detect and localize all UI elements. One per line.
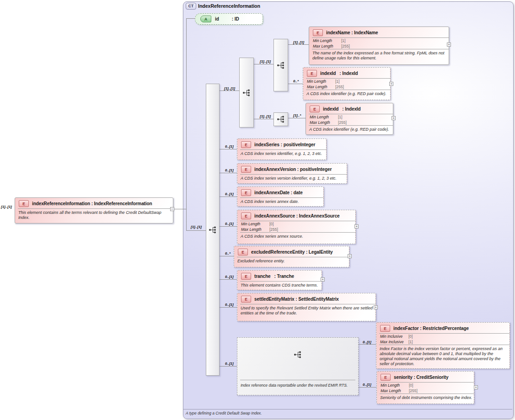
element-cardinality: 0..[1] — [225, 222, 234, 226]
element-cardinality: 0..[1] — [363, 383, 371, 387]
choice-cardinality: [1]..[1] — [224, 86, 235, 90]
facet-label: Min Length — [307, 79, 335, 84]
element-description: A CDS index series version identifier, e… — [237, 175, 347, 182]
facet-value: [255] — [341, 44, 350, 48]
expand-toggle[interactable]: + — [354, 224, 359, 229]
element-box-indexSeries[interactable]: E indexSeries : positiveInteger A CDS in… — [237, 138, 327, 160]
element-box-indexFactor[interactable]: E indexFactor : RestrictedPercentage Min… — [376, 322, 510, 369]
sequence-icon-wrap — [294, 351, 302, 360]
element-type: : IndexId — [338, 106, 360, 112]
connector-line — [219, 226, 237, 227]
sequence-compositor-upper[interactable] — [274, 39, 288, 91]
element-box-tranche[interactable]: E tranche : Tranche This element contain… — [237, 270, 322, 290]
facet-value: [0] — [409, 383, 413, 388]
element-box-indexId-required[interactable]: E indexId : IndexId Min Length[1] Max Le… — [306, 103, 393, 135]
element-box-indexName[interactable]: E indexName : IndexName Min Length[1] Ma… — [309, 27, 449, 65]
element-cardinality: [1]..* — [293, 113, 301, 117]
element-box-indexAnnexDate[interactable]: E indexAnnexDate : date A CDS index seri… — [237, 186, 324, 207]
element-description: This element contains all the terms rele… — [15, 209, 173, 221]
connector-line — [358, 344, 376, 345]
facet-label: Max Length — [241, 227, 269, 232]
facet-label: Max Length — [313, 44, 341, 49]
connector-line — [253, 64, 274, 64]
connector-line — [186, 18, 187, 231]
element-name: tranche — [254, 274, 270, 279]
divider — [309, 114, 393, 114]
facet-label: Min Length — [381, 383, 409, 388]
element-name: indexName — [326, 30, 350, 35]
element-box-indexReferenceInformation[interactable]: E indexReferenceInformation : IndexRefer… — [15, 197, 173, 223]
facet-value: [255] — [335, 85, 344, 89]
facet-value: [0] — [269, 222, 274, 226]
facet-value: [0] — [408, 334, 413, 339]
element-icon: E — [241, 189, 251, 196]
element-cardinality: 0..[1] — [225, 192, 234, 196]
sequence-cardinality: [1]..[1] — [260, 114, 271, 118]
element-box-indexId-optional[interactable]: E indexId : IndexId Min Length[1] Max Le… — [303, 67, 391, 100]
expand-toggle[interactable]: + — [447, 43, 451, 47]
element-icon: E — [381, 374, 391, 381]
divider — [306, 78, 390, 79]
sequence-compositor-lower[interactable] — [274, 112, 288, 126]
facet-value: [1] — [335, 79, 339, 84]
element-type: : positiveInteger — [279, 142, 315, 147]
element-icon: E — [241, 166, 251, 173]
element-icon: E — [241, 213, 251, 219]
element-name: excludedReferenceEntity — [251, 250, 305, 255]
element-type: : IndexId — [336, 71, 358, 76]
connector-line — [219, 90, 239, 91]
element-description: This element contains CDS tranche terms. — [237, 282, 322, 289]
expand-toggle[interactable]: + — [389, 82, 393, 86]
attribute-box-id[interactable]: A id : ID — [195, 13, 263, 25]
element-description: A CDS index series annex source. — [237, 233, 355, 240]
choice-icon — [242, 89, 251, 96]
element-name: indexSeries — [254, 142, 279, 147]
divider — [240, 221, 355, 221]
element-box-settledEntityMatrix[interactable]: E settledEntityMatrix : SettledEntityMat… — [237, 293, 376, 321]
element-box-indexAnnexSource[interactable]: E indexAnnexSource : IndexAnnexSource Mi… — [237, 210, 356, 244]
complex-type-title: IndexReferenceInformation — [198, 3, 260, 9]
expand-toggle[interactable]: + — [348, 254, 352, 258]
element-cardinality: [1]..[1] — [293, 40, 304, 44]
sequence-cardinality: [1]..[1] — [191, 225, 202, 229]
element-name: settledEntityMatrix — [254, 297, 295, 302]
element-description: Index Factor is the index version factor… — [376, 345, 510, 367]
expand-toggle[interactable]: + — [321, 277, 325, 282]
element-description: Excluded reference entity. — [234, 257, 349, 265]
footer-divider — [183, 409, 512, 409]
sequence-icon — [277, 116, 285, 123]
element-description: A CDS index identifier (e.g. RED pair co… — [303, 90, 390, 97]
sequence-compositor-main[interactable] — [206, 84, 220, 376]
divider — [312, 37, 449, 38]
group-cardinality: 0..[1] — [225, 362, 234, 366]
connector-line — [219, 256, 234, 256]
sequence-group-emir[interactable]: Index reference data reportatble under t… — [237, 337, 359, 395]
connector-line — [253, 119, 274, 119]
connector-line — [287, 118, 306, 118]
expand-toggle[interactable]: + — [474, 385, 478, 389]
facet-value: [255] — [409, 388, 418, 393]
facet-label: Max Length — [307, 85, 335, 90]
element-cardinality: 0..[1] — [363, 340, 371, 344]
expand-toggle[interactable]: + — [374, 305, 378, 309]
facet-label: Min Length — [310, 115, 338, 120]
element-box-excludedReferenceEntity[interactable]: E excludedReferenceEntity : LegalEntity … — [234, 246, 349, 267]
connector-line — [186, 230, 206, 231]
root-cardinality: [1]..[1] — [1, 205, 12, 209]
element-description: Used to specify the Relevant Settled Ent… — [237, 304, 376, 317]
facet-label: Max Length — [310, 120, 338, 125]
element-name: indexAnnexVersion — [254, 167, 296, 172]
connector-line — [287, 84, 303, 84]
complex-type-annotation: A type defining a Credit Default Swap In… — [186, 411, 262, 415]
sequence-icon — [277, 62, 285, 69]
expand-toggle[interactable]: + — [392, 116, 396, 120]
connector-line — [219, 307, 237, 308]
element-cardinality: 0..[1] — [225, 275, 234, 279]
choice-compositor[interactable] — [239, 58, 254, 128]
collapse-toggle[interactable]: − — [170, 207, 174, 211]
element-type: : IndexAnnexSource — [295, 213, 340, 218]
element-icon: E — [238, 249, 248, 255]
connector-line — [219, 173, 237, 173]
element-box-indexAnnexVersion[interactable]: E indexAnnexVersion : positiveInteger A … — [237, 163, 347, 184]
element-box-seniority[interactable]: E seniority : CreditSeniority Min Length… — [376, 371, 474, 404]
